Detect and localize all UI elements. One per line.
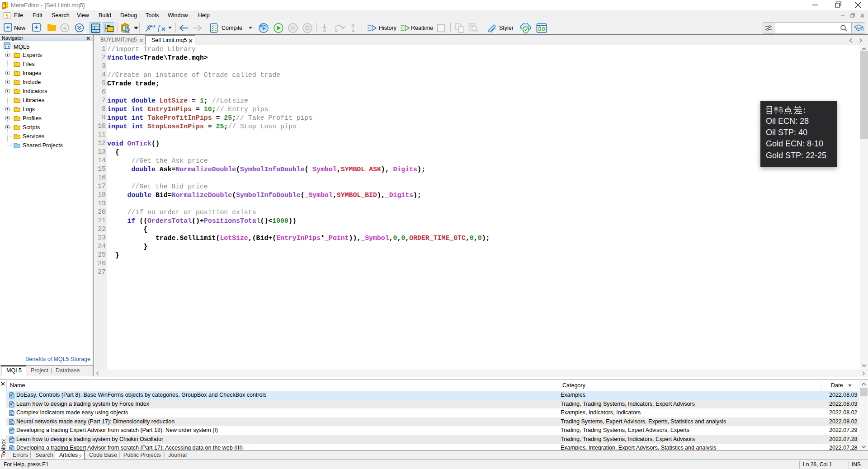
svg-text:5: 5 (3, 3, 5, 8)
svg-text:5: 5 (5, 13, 8, 19)
svg-text:f: f (158, 24, 161, 32)
